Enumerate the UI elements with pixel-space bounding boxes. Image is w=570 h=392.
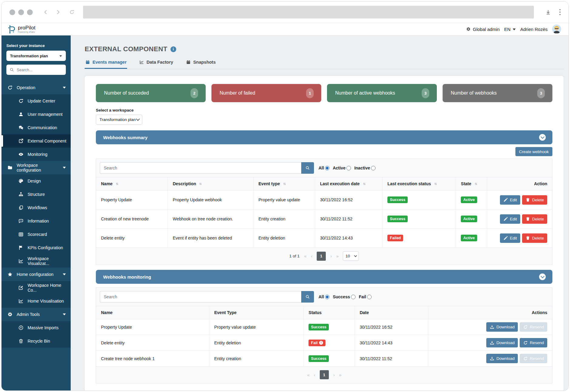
global-admin-menu[interactable]: Global admin: [466, 27, 500, 32]
instance-select[interactable]: Transformation plan: [6, 51, 66, 61]
sidebar-item-monitoring[interactable]: Monitoring: [2, 148, 71, 161]
page-size-select[interactable]: 10: [343, 251, 359, 261]
column-header-last-execution-status[interactable]: Last execution status: [383, 177, 456, 190]
sidebar-item-communication[interactable]: Communication: [2, 121, 71, 134]
language-selector[interactable]: EN: [504, 27, 516, 32]
tab-snapshots[interactable]: Snapshots: [185, 59, 216, 69]
downloads-icon[interactable]: [545, 9, 551, 15]
summary-filter-radios: All Active Inactive: [319, 166, 376, 170]
cell-date: 30/11/2022 16:52: [355, 319, 428, 335]
resend-button[interactable]: Resend: [520, 338, 547, 347]
column-header-description[interactable]: Description: [168, 177, 254, 190]
prev-page-button[interactable]: ‹: [314, 372, 315, 377]
sort-icon[interactable]: [363, 182, 366, 186]
sidebar-item-massive-imports[interactable]: Massive Imports: [2, 321, 71, 334]
filter-all[interactable]: All: [319, 294, 329, 299]
monitoring-search-button[interactable]: [301, 291, 314, 303]
close-window-icon[interactable]: [9, 9, 15, 15]
chevron-down-icon: [63, 273, 66, 275]
first-page-button[interactable]: «: [307, 372, 309, 377]
sidebar-item-update-center[interactable]: Update Center: [2, 94, 71, 108]
first-page-button[interactable]: «: [304, 253, 306, 259]
delete-button[interactable]: Delete: [522, 214, 547, 224]
column-header-name[interactable]: Name: [96, 177, 168, 190]
webhooks-summary-header[interactable]: Webhooks summary: [96, 130, 552, 144]
avatar[interactable]: [552, 25, 561, 34]
page-number-button[interactable]: 1: [317, 252, 326, 261]
last-page-button[interactable]: »: [339, 372, 341, 377]
cell-name: Delete entity: [96, 229, 168, 248]
edit-button[interactable]: Edit: [500, 233, 520, 243]
browser-menu-icon[interactable]: [559, 9, 561, 15]
summary-search-button[interactable]: [301, 162, 314, 174]
address-bar[interactable]: [83, 6, 534, 18]
collapse-chevron-icon[interactable]: [539, 134, 546, 141]
sidebar-item-design[interactable]: Design: [2, 174, 71, 188]
sidebar-item-recycle-bin[interactable]: Recycle Bin: [2, 334, 71, 348]
sort-icon[interactable]: [115, 182, 119, 186]
sidebar-section-operation[interactable]: Operation: [2, 81, 71, 94]
sort-icon[interactable]: [474, 182, 478, 186]
tab-data-factory[interactable]: Data Factory: [139, 59, 174, 69]
sidebar-item-information[interactable]: Information: [2, 214, 71, 228]
sort-icon[interactable]: [434, 182, 437, 186]
forward-icon[interactable]: [55, 9, 61, 15]
download-button[interactable]: Download: [486, 338, 518, 347]
sidebar-search[interactable]: [6, 65, 66, 75]
delete-button[interactable]: Delete: [522, 233, 547, 243]
sidebar-item-structure[interactable]: Structure: [2, 188, 71, 201]
sidebar-item-scorecard[interactable]: Scorecard: [2, 228, 71, 241]
maximize-window-icon[interactable]: [27, 9, 33, 15]
delete-button[interactable]: Delete: [522, 195, 547, 205]
workspace-select[interactable]: Transformation plan: [96, 115, 142, 125]
status-badge: Success: [309, 324, 329, 330]
filter-success[interactable]: Success: [333, 294, 356, 299]
reload-icon[interactable]: [69, 9, 75, 15]
sidebar-item-external-component[interactable]: External Component: [2, 134, 71, 148]
sort-icon[interactable]: [283, 182, 286, 186]
column-header-date: Date: [355, 306, 428, 319]
card-number-of-active-webhooks: Number of active webhooks 3: [327, 84, 437, 102]
column-header-event-type[interactable]: Event type: [254, 177, 315, 190]
info-icon[interactable]: i: [170, 46, 176, 52]
edit-button[interactable]: Edit: [500, 195, 520, 205]
page-size-value: 10: [346, 254, 350, 258]
summary-search-input[interactable]: [100, 162, 301, 174]
minimize-window-icon[interactable]: [18, 9, 24, 15]
sidebar-item-user-management[interactable]: User management: [2, 108, 71, 121]
sidebar-item-workspace-home[interactable]: Workspace Home Co...: [2, 281, 71, 294]
last-page-button[interactable]: »: [336, 253, 338, 259]
column-header-state[interactable]: State: [456, 177, 487, 190]
filter-all[interactable]: All: [319, 166, 329, 170]
sidebar-item-kpis-configuration[interactable]: KPIs Configuration: [2, 241, 71, 254]
collapse-chevron-icon[interactable]: [539, 273, 546, 280]
sort-icon[interactable]: [199, 182, 202, 186]
edit-button[interactable]: Edit: [500, 214, 520, 224]
back-icon[interactable]: [43, 9, 49, 15]
sidebar-section-workspace-configuration[interactable]: Workspace configuration: [2, 161, 71, 174]
brand-logo[interactable]: proPilot Powered by dFakto: [8, 25, 35, 34]
sidebar-item-workflows[interactable]: Workflows: [2, 201, 71, 214]
tab-events-manager[interactable]: Events manager: [85, 59, 127, 69]
page-number-button[interactable]: 1: [320, 370, 329, 379]
filter-fail[interactable]: Fail: [359, 294, 372, 299]
sidebar-search-input[interactable]: [17, 68, 56, 72]
sidebar-item-workspace-visualization[interactable]: Workspace Visualizat...: [2, 254, 71, 268]
webhooks-monitoring-header[interactable]: Webhooks monitoring: [96, 270, 552, 284]
filter-inactive[interactable]: Inactive: [354, 166, 376, 170]
filter-active[interactable]: Active: [333, 166, 351, 170]
cell-state: Active: [456, 209, 487, 229]
monitoring-search-input[interactable]: [100, 291, 301, 303]
create-webhook-button[interactable]: Create webhook: [515, 147, 552, 156]
sidebar-section-admin-tools[interactable]: Admin Tools: [2, 308, 71, 321]
cell-name: Property Update: [96, 190, 168, 209]
sidebar-section-home-configuration[interactable]: Home configuration: [2, 268, 71, 281]
sidebar-item-home-visualisation[interactable]: Home Visualisation: [2, 294, 71, 308]
next-page-button[interactable]: ›: [330, 253, 332, 259]
column-header-last-execution-date[interactable]: Last execution date: [315, 177, 382, 190]
next-page-button[interactable]: ›: [333, 372, 335, 377]
prev-page-button[interactable]: ‹: [311, 253, 312, 259]
cell-name: Delete entity: [96, 335, 209, 351]
download-button[interactable]: Download: [486, 354, 518, 363]
download-button[interactable]: Download: [486, 322, 518, 332]
